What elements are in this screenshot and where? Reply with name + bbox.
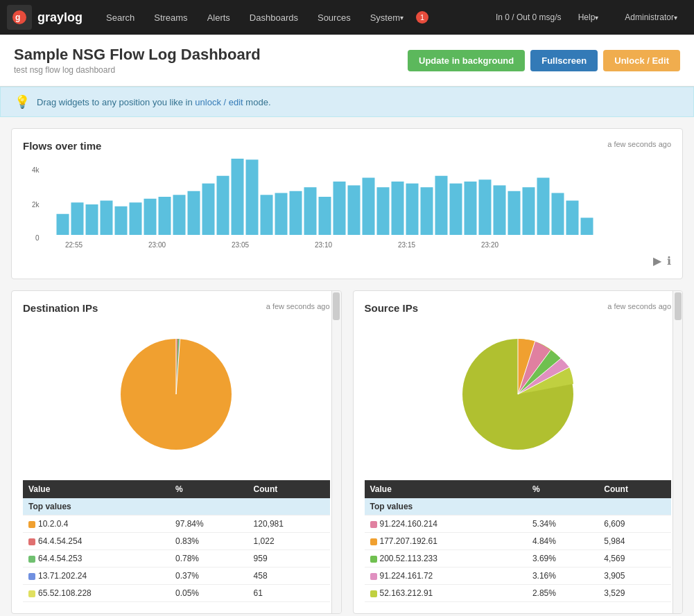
header-actions: Update in background Fullscreen Unlock /… xyxy=(408,50,680,71)
page-header: Sample NSG Flow Log Dashboard test nsg f… xyxy=(0,35,694,87)
svg-rect-21 xyxy=(275,193,288,236)
svg-text:4k: 4k xyxy=(32,166,40,174)
source-pie-chart xyxy=(365,314,672,475)
play-icon[interactable]: ▶ xyxy=(653,254,661,267)
flows-over-time-widget: Flows over time a few seconds ago 4k 2k … xyxy=(11,128,683,279)
svg-rect-27 xyxy=(363,178,375,236)
svg-rect-33 xyxy=(450,184,462,235)
table-row: 13.71.202.24 0.37% 458 xyxy=(23,567,330,585)
nav-links: Search Streams Alerts Dashboards Sources… xyxy=(96,0,496,35)
throughput-display: In 0 / Out 0 msg/s xyxy=(496,12,562,22)
svg-text:2k: 2k xyxy=(32,201,40,209)
svg-rect-40 xyxy=(552,193,564,236)
svg-text:23:00: 23:00 xyxy=(148,241,166,249)
svg-rect-30 xyxy=(406,184,419,235)
table-row: 64.4.54.254 0.83% 1,022 xyxy=(23,533,330,550)
dest-scrollbar[interactable] xyxy=(331,291,341,613)
svg-rect-24 xyxy=(319,197,331,235)
source-scrollbar[interactable] xyxy=(673,291,682,613)
page-subtitle: test nsg flow log dashboard xyxy=(14,65,261,75)
table-row: 10.2.0.4 97.84% 120,981 xyxy=(23,516,330,533)
svg-rect-26 xyxy=(348,186,361,236)
source-ips-title: Source IPs xyxy=(365,302,419,314)
table-row: 91.224.160.214 5.34% 6,609 xyxy=(365,516,672,533)
navbar: g graylog Search Streams Alerts Dashboar… xyxy=(0,0,694,35)
nav-dashboards[interactable]: Dashboards xyxy=(240,0,308,35)
svg-rect-18 xyxy=(232,159,244,235)
svg-rect-12 xyxy=(144,199,157,235)
nav-alerts[interactable]: Alerts xyxy=(198,0,240,35)
svg-rect-16 xyxy=(202,184,215,235)
source-top-values-row: Top values xyxy=(365,498,672,516)
logo-icon: g xyxy=(7,5,32,30)
svg-rect-42 xyxy=(581,218,593,235)
fullscreen-button[interactable]: Fullscreen xyxy=(530,50,598,71)
dest-ips-timestamp: a few seconds ago xyxy=(266,302,330,310)
nav-search[interactable]: Search xyxy=(96,0,144,35)
page-title: Sample NSG Flow Log Dashboard xyxy=(14,46,261,64)
svg-rect-23 xyxy=(304,187,317,235)
svg-rect-14 xyxy=(173,195,186,235)
unlock-edit-button[interactable]: Unlock / Edit xyxy=(603,50,680,71)
svg-rect-8 xyxy=(86,204,98,235)
svg-rect-28 xyxy=(377,187,390,235)
svg-rect-35 xyxy=(479,179,492,235)
table-row: 177.207.192.61 4.84% 5,984 xyxy=(365,533,672,550)
update-background-button[interactable]: Update in background xyxy=(408,50,525,71)
nav-system[interactable]: System xyxy=(361,0,413,35)
source-ips-timestamp: a few seconds ago xyxy=(607,302,671,310)
dest-col-value: Value xyxy=(23,480,170,498)
info-icon-widget[interactable]: ℹ xyxy=(667,254,671,267)
dest-pie-chart xyxy=(23,314,330,475)
svg-rect-17 xyxy=(217,176,229,235)
bar-chart: 4k 2k 0 Messages 22:55 23:00 23:05 23:10… xyxy=(23,159,671,249)
svg-text:23:20: 23:20 xyxy=(481,241,498,249)
dest-col-count: Count xyxy=(248,480,330,498)
svg-rect-6 xyxy=(57,214,69,235)
table-row: 64.4.54.253 0.78% 959 xyxy=(23,550,330,567)
svg-rect-19 xyxy=(246,159,259,235)
nav-right: In 0 / Out 0 msg/s Help Administrator xyxy=(496,0,687,35)
table-row: 91.224.161.72 3.16% 3,905 xyxy=(365,567,672,585)
source-top-values-label: Top values xyxy=(365,498,672,516)
svg-text:23:15: 23:15 xyxy=(398,241,415,249)
nav-streams[interactable]: Streams xyxy=(144,0,197,35)
svg-rect-36 xyxy=(494,186,506,236)
svg-rect-7 xyxy=(71,202,84,235)
svg-rect-10 xyxy=(115,206,128,235)
source-col-count: Count xyxy=(598,480,671,498)
svg-rect-11 xyxy=(130,202,142,235)
svg-rect-13 xyxy=(159,197,171,235)
svg-text:0: 0 xyxy=(35,234,40,242)
source-col-pct: % xyxy=(527,480,598,498)
logo-text: graylog xyxy=(37,10,83,25)
svg-rect-25 xyxy=(333,182,346,235)
main-content: Flows over time a few seconds ago 4k 2k … xyxy=(0,117,694,616)
svg-rect-34 xyxy=(465,182,477,235)
logo: g graylog xyxy=(7,5,83,30)
svg-rect-31 xyxy=(421,187,433,235)
notification-badge: 1 xyxy=(416,11,428,24)
dest-ips-table: Value % Count Top values 10.2.0.4 97.84%… xyxy=(23,480,330,602)
svg-rect-29 xyxy=(392,182,404,235)
dest-col-pct: % xyxy=(170,480,248,498)
unlock-edit-link[interactable]: unlock / edit xyxy=(195,97,243,107)
svg-rect-41 xyxy=(566,201,579,236)
table-row: 65.52.108.228 0.05% 61 xyxy=(23,585,330,602)
nav-admin[interactable]: Administrator xyxy=(615,0,687,35)
svg-rect-32 xyxy=(435,176,448,235)
page-title-section: Sample NSG Flow Log Dashboard test nsg f… xyxy=(14,46,261,75)
flows-widget-timestamp: a few seconds ago xyxy=(607,140,671,148)
widget-footer: ▶ ℹ xyxy=(23,249,671,267)
table-row: 52.163.212.91 2.85% 3,529 xyxy=(365,585,672,602)
svg-text:23:10: 23:10 xyxy=(315,241,332,249)
flows-widget-title: Flows over time xyxy=(23,140,101,152)
svg-rect-9 xyxy=(101,201,113,236)
svg-rect-20 xyxy=(261,195,273,235)
info-icon: 💡 xyxy=(15,94,30,109)
svg-rect-22 xyxy=(290,191,302,235)
nav-sources[interactable]: Sources xyxy=(308,0,361,35)
nav-help[interactable]: Help xyxy=(569,0,609,35)
svg-rect-37 xyxy=(508,191,521,235)
info-bar: 💡 Drag widgets to any position you like … xyxy=(0,87,694,117)
